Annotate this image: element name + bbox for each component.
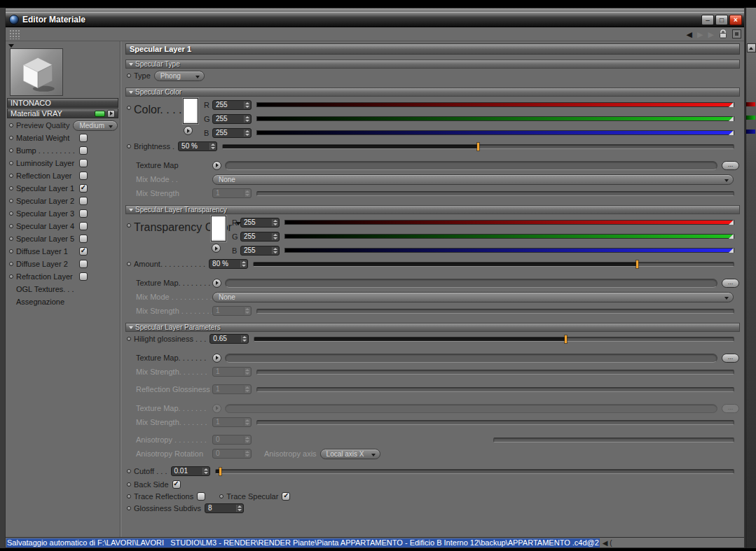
browse-button[interactable]: ... bbox=[722, 161, 739, 170]
spinner[interactable] bbox=[244, 386, 250, 393]
spinner[interactable] bbox=[240, 260, 247, 267]
texture-popup-button[interactable] bbox=[212, 279, 221, 288]
vray-color-swatch[interactable] bbox=[95, 111, 105, 117]
animation-dot[interactable] bbox=[9, 249, 13, 253]
color-popup-button[interactable] bbox=[184, 126, 193, 135]
animation-dot[interactable] bbox=[219, 494, 224, 498]
channel-row-specular-layer-3[interactable]: Specular Layer 3 bbox=[6, 207, 120, 220]
vray-library-bar[interactable]: Materiali VRAY bbox=[7, 109, 118, 118]
glossiness-subdivs-field[interactable]: 8 bbox=[205, 503, 244, 513]
spinner[interactable] bbox=[244, 130, 250, 137]
channel-checkbox[interactable] bbox=[79, 260, 88, 268]
cutoff-slider[interactable] bbox=[215, 469, 735, 474]
animation-dot[interactable] bbox=[9, 211, 13, 216]
green-gradient-slider[interactable] bbox=[284, 234, 734, 239]
cutoff-field[interactable]: 0.01 bbox=[171, 466, 210, 476]
animation-dot[interactable] bbox=[9, 136, 13, 140]
spinner[interactable] bbox=[272, 233, 278, 240]
assegnazione-item[interactable]: Assegnazione bbox=[6, 295, 120, 308]
animation-dot[interactable] bbox=[127, 337, 131, 341]
animation-dot[interactable] bbox=[9, 274, 13, 279]
preview-quality-dropdown[interactable]: Medium bbox=[73, 120, 118, 131]
red-field[interactable]: 255 bbox=[212, 100, 252, 110]
spinner[interactable] bbox=[236, 505, 242, 512]
animation-dot[interactable] bbox=[9, 224, 13, 228]
detach-panel-button[interactable] bbox=[732, 29, 741, 39]
close-button[interactable]: × bbox=[729, 15, 742, 25]
spinner[interactable] bbox=[244, 102, 250, 109]
amount-slider[interactable] bbox=[253, 262, 734, 267]
animation-dot[interactable] bbox=[127, 469, 131, 473]
trace-reflections-checkbox[interactable] bbox=[197, 492, 205, 501]
back-side-checkbox[interactable]: ✓ bbox=[172, 480, 181, 489]
spinner[interactable] bbox=[202, 468, 209, 475]
channel-checkbox[interactable] bbox=[79, 197, 88, 205]
specular-type-dropdown[interactable]: Phong bbox=[154, 71, 205, 81]
preview-menu-arrow-icon[interactable] bbox=[8, 44, 14, 48]
color-popup-button[interactable] bbox=[212, 244, 221, 253]
browse-button[interactable]: ... bbox=[722, 279, 739, 288]
red-field[interactable]: 255 bbox=[240, 218, 280, 228]
channel-row-specular-layer-1[interactable]: Specular Layer 1 ✓ bbox=[6, 182, 120, 195]
brightness-slider[interactable] bbox=[222, 144, 734, 149]
texture-field[interactable] bbox=[225, 161, 717, 170]
animation-dot[interactable] bbox=[9, 148, 13, 153]
maximize-button[interactable]: □ bbox=[715, 15, 728, 25]
animation-dot[interactable] bbox=[127, 223, 131, 228]
spinner[interactable] bbox=[241, 335, 247, 342]
mix-mode-dropdown[interactable]: None bbox=[212, 174, 734, 185]
green-field[interactable]: 255 bbox=[240, 232, 280, 242]
animation-dot[interactable] bbox=[9, 199, 13, 203]
animation-dot[interactable] bbox=[9, 262, 13, 266]
ogl-textures-item[interactable]: OGL Textures. . . bbox=[6, 283, 120, 295]
channel-checkbox[interactable] bbox=[79, 146, 88, 155]
animation-dot[interactable] bbox=[127, 494, 131, 498]
channel-checkbox[interactable] bbox=[79, 134, 88, 142]
blue-field[interactable]: 255 bbox=[240, 246, 280, 256]
channel-row-reflection-layer[interactable]: Reflection Layer bbox=[6, 169, 120, 182]
animation-dot[interactable] bbox=[127, 106, 131, 110]
window-titlebar[interactable]: Editor Materiale – □ × bbox=[6, 12, 744, 27]
channel-row-specular-layer-2[interactable]: Specular Layer 2 bbox=[6, 195, 120, 207]
channel-checkbox[interactable] bbox=[79, 172, 88, 180]
red-gradient-slider[interactable] bbox=[284, 220, 734, 225]
green-gradient-slider[interactable] bbox=[256, 116, 734, 121]
channel-row-specular-layer-5[interactable]: Specular Layer 5 bbox=[6, 232, 120, 245]
mix-strength-field[interactable]: 1 bbox=[212, 188, 252, 198]
channel-row-material-weight[interactable]: Material Weight bbox=[6, 132, 120, 144]
spinner[interactable] bbox=[244, 307, 250, 314]
brightness-field[interactable]: 50 % bbox=[178, 141, 217, 151]
channel-checkbox[interactable] bbox=[79, 159, 88, 167]
mix-mode-dropdown[interactable]: None bbox=[212, 292, 734, 302]
texture-field[interactable] bbox=[225, 279, 717, 288]
section-specular-parameters[interactable]: Specular Layer Parameters bbox=[125, 323, 740, 332]
trace-specular-checkbox[interactable]: ✓ bbox=[282, 492, 290, 501]
channel-row-luminosity-layer[interactable]: Luminosity Layer bbox=[6, 157, 120, 169]
texture-field[interactable] bbox=[225, 354, 717, 363]
minimize-button[interactable]: – bbox=[701, 15, 714, 25]
hilight-glossiness-field[interactable]: 0.65 bbox=[209, 334, 249, 344]
animation-dot[interactable] bbox=[127, 482, 131, 487]
channel-checkbox[interactable] bbox=[79, 222, 88, 230]
section-specular-type[interactable]: Specular Type bbox=[125, 60, 740, 69]
spinner[interactable] bbox=[209, 143, 216, 150]
mix-strength-field[interactable]: 1 bbox=[212, 306, 252, 316]
animation-dot[interactable] bbox=[127, 506, 131, 510]
section-specular-color[interactable]: Specular Color bbox=[125, 88, 740, 97]
right-scroll-strip[interactable] bbox=[745, 8, 756, 548]
channel-row-bump[interactable]: Bump . . . . . . . . . bbox=[6, 144, 120, 157]
animation-dot[interactable] bbox=[9, 123, 13, 127]
blue-field[interactable]: 255 bbox=[212, 128, 252, 138]
green-field[interactable]: 255 bbox=[212, 114, 252, 124]
scroll-up-button[interactable] bbox=[747, 43, 756, 53]
material-preview[interactable] bbox=[10, 48, 63, 96]
transparency-color-swatch[interactable] bbox=[211, 216, 226, 242]
history-back-icon[interactable]: ◀ bbox=[687, 29, 692, 39]
reflection-glossiness-field[interactable]: 1 bbox=[212, 384, 252, 394]
texture-popup-button[interactable] bbox=[212, 161, 221, 170]
history-forward-icon[interactable]: ▶ bbox=[697, 29, 703, 39]
blue-gradient-slider[interactable] bbox=[256, 130, 734, 135]
channel-checkbox[interactable]: ✓ bbox=[79, 184, 88, 193]
channel-row-specular-layer-4[interactable]: Specular Layer 4 bbox=[6, 220, 120, 232]
animation-dot[interactable] bbox=[127, 262, 131, 266]
